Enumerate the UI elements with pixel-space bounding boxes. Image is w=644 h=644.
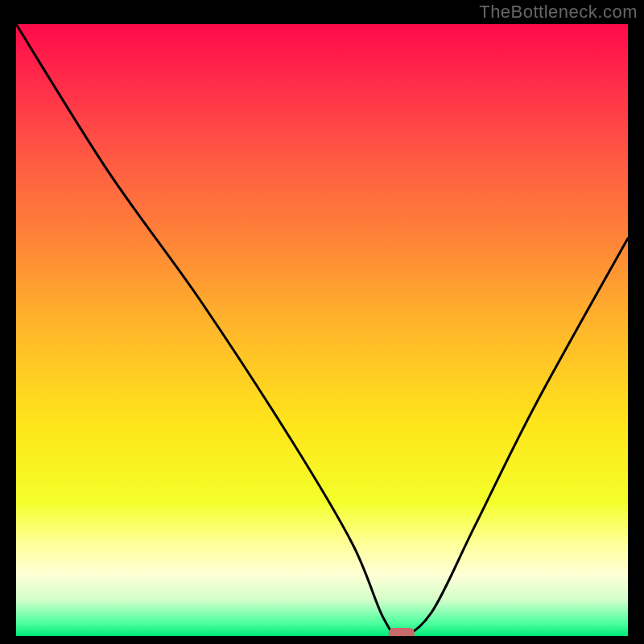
gradient-background — [16, 24, 628, 636]
optimal-marker — [389, 628, 415, 636]
chart-root: TheBottleneck.com — [0, 0, 644, 644]
plot-svg — [16, 24, 628, 636]
plot-area — [16, 24, 628, 636]
watermark-text: TheBottleneck.com — [479, 2, 638, 23]
